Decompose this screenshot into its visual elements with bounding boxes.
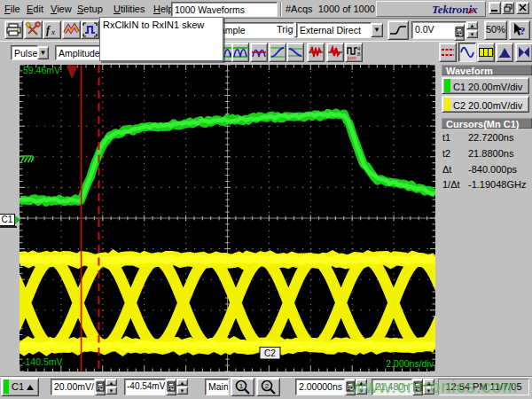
svg-text:C2: C2 xyxy=(264,348,276,358)
svg-text:f: f xyxy=(46,24,51,36)
svg-text:jum: jum xyxy=(347,55,356,60)
svg-text:x: x xyxy=(51,27,55,36)
svg-text:1: 1 xyxy=(239,382,244,390)
svg-text:?: ? xyxy=(520,24,526,37)
svg-text:59.46mV: 59.46mV xyxy=(23,65,60,75)
svg-text:-140.5mV: -140.5mV xyxy=(22,356,63,367)
svg-text:8: 8 xyxy=(357,51,361,57)
svg-text:2: 2 xyxy=(265,382,270,390)
svg-text:2.000ns/div: 2.000ns/div xyxy=(386,358,434,369)
